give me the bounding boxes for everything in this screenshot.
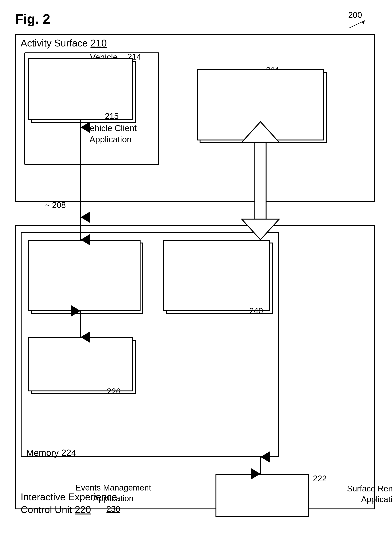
vehicle-client-ref: 215: [105, 111, 119, 121]
surface-rendering-label: Surface RenderingApplication: [331, 483, 392, 505]
vehicle-client-box: Vehicle ClientApplication: [28, 58, 133, 120]
surface-rendering-ref: 240: [249, 306, 263, 316]
memory-label: Memory 224: [26, 448, 76, 458]
processor-box: Processor: [215, 474, 309, 517]
ref-200-arrow: [347, 19, 369, 30]
events-mgmt-box: Events ManagementApplication230: [28, 240, 140, 311]
figure-title: Fig. 2: [15, 11, 50, 27]
surface-rendering-box: Surface RenderingApplication: [163, 240, 270, 311]
ref-200-label: 200: [348, 10, 362, 20]
visual-assets-ref: 226: [107, 387, 121, 396]
svg-line-0: [349, 21, 365, 28]
vehicle-client-label: Vehicle ClientApplication: [64, 123, 157, 145]
activity-surface-label: Activity Surface 210: [21, 38, 107, 49]
surface-display-box: Surface Display Module: [197, 69, 324, 140]
processor-ref: 222: [313, 474, 327, 483]
visual-assets-box: Visual Assets Database: [28, 337, 133, 391]
events-mgmt-label: Events ManagementApplication230: [60, 482, 167, 515]
